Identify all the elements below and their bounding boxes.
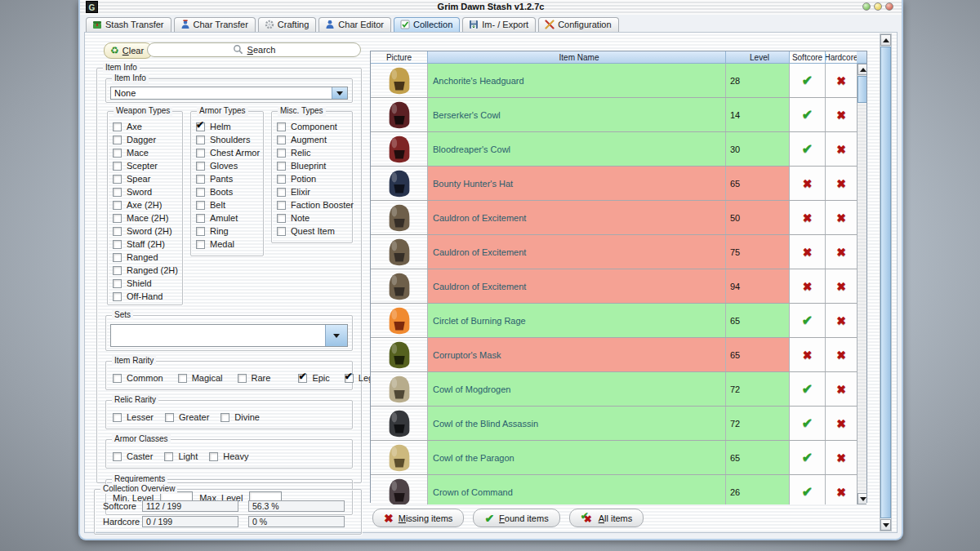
table-row[interactable]: Cowl of Mogdrogen 72 ✔ ✖: [371, 372, 857, 407]
checkbox-box[interactable]: [113, 374, 122, 383]
filter-checkbox[interactable]: Mace (2H): [113, 211, 179, 224]
filter-checkbox[interactable]: Elixir: [277, 185, 349, 198]
checkbox-box[interactable]: [165, 413, 174, 422]
search-field[interactable]: Search: [147, 42, 361, 57]
table-row[interactable]: Berserker's Cowl 14 ✔ ✖: [371, 98, 857, 132]
checkbox-box[interactable]: [113, 214, 122, 223]
filter-checkbox[interactable]: Heavy: [209, 450, 248, 463]
scrollbar-thumb[interactable]: [880, 47, 891, 518]
checkbox-box[interactable]: [277, 136, 286, 144]
filter-checkbox[interactable]: Medal: [196, 238, 260, 251]
dropdown-button[interactable]: [332, 87, 347, 99]
filter-checkbox[interactable]: Component: [277, 120, 349, 133]
checkbox-box[interactable]: [196, 149, 205, 158]
checkbox-box[interactable]: [277, 214, 286, 223]
checkbox-box[interactable]: [277, 227, 286, 236]
checkbox-box[interactable]: [113, 149, 122, 158]
filter-checkbox[interactable]: Divine: [220, 411, 260, 424]
table-row[interactable]: Cauldron of Excitement 94 ✖ ✖: [371, 269, 857, 304]
table-row[interactable]: Bounty Hunter's Hat 65 ✖ ✖: [371, 167, 857, 201]
checkbox-box[interactable]: [209, 452, 218, 461]
checkbox-box[interactable]: [277, 175, 286, 184]
filter-checkbox[interactable]: Pants: [196, 172, 260, 185]
filter-checkbox[interactable]: Ranged (2H): [113, 264, 179, 277]
scrollbar-thumb[interactable]: [858, 76, 866, 103]
filter-checkbox[interactable]: Light: [164, 450, 198, 463]
table-row[interactable]: Circlet of Burning Rage 65 ✔ ✖: [371, 304, 857, 338]
clear-button[interactable]: ♻ Clear: [104, 42, 153, 59]
filter-checkbox[interactable]: Augment: [277, 133, 349, 146]
checkbox-box[interactable]: [178, 374, 187, 383]
checkbox-box[interactable]: [196, 175, 205, 184]
checkbox-box[interactable]: [298, 374, 307, 383]
filter-checkbox[interactable]: Greater: [165, 411, 209, 424]
filter-checkbox[interactable]: Off-Hand: [113, 290, 179, 303]
filter-checkbox[interactable]: Common: [113, 371, 163, 384]
checkbox-box[interactable]: [113, 240, 122, 249]
filter-checkbox[interactable]: Lesser: [113, 411, 154, 424]
filter-checkbox[interactable]: Gloves: [196, 159, 260, 172]
column-header-item-name[interactable]: Item Name: [428, 51, 726, 63]
table-row[interactable]: Corruptor's Mask 65 ✖ ✖: [371, 338, 857, 372]
filter-checkbox[interactable]: Potion: [277, 172, 349, 185]
checkbox-box[interactable]: [113, 266, 122, 275]
checkbox-box[interactable]: [277, 149, 286, 158]
filter-checkbox[interactable]: Faction Booster: [277, 198, 349, 211]
table-row[interactable]: Bloodreaper's Cowl 30 ✔ ✖: [371, 132, 857, 167]
filter-checkbox[interactable]: Shoulders: [196, 133, 260, 146]
tab-configuration[interactable]: Configuration: [538, 17, 618, 32]
checkbox-box[interactable]: [196, 136, 205, 144]
checkbox-box[interactable]: [113, 452, 122, 461]
filter-checkbox[interactable]: Quest Item: [277, 224, 349, 238]
filter-checkbox[interactable]: Chest Armor: [196, 146, 260, 159]
filter-checkbox[interactable]: Ranged: [113, 251, 179, 264]
checkbox-box[interactable]: [196, 201, 205, 210]
tab-char-transfer[interactable]: Char Transfer: [174, 17, 256, 32]
filter-checkbox[interactable]: Sword: [113, 185, 179, 198]
filter-checkbox[interactable]: Sword (2H): [113, 224, 179, 238]
checkbox-box[interactable]: [220, 413, 229, 422]
table-row[interactable]: Cauldron of Excitement 50 ✖ ✖: [371, 201, 857, 235]
checkbox-box[interactable]: [113, 188, 122, 197]
checkbox-box[interactable]: [113, 279, 122, 288]
checkbox-box[interactable]: [113, 292, 122, 301]
table-row[interactable]: Crown of Command 26 ✔ ✖: [371, 475, 857, 504]
checkbox-box[interactable]: [277, 201, 286, 210]
scroll-up-button[interactable]: [880, 34, 891, 46]
checkbox-box[interactable]: [113, 175, 122, 184]
table-row[interactable]: Cowl of the Blind Assassin 72 ✔ ✖: [371, 407, 857, 441]
table-row[interactable]: Cauldron of Excitement 75 ✖ ✖: [371, 235, 857, 269]
filter-checkbox[interactable]: Rare: [238, 371, 271, 384]
dropdown-button[interactable]: [325, 325, 347, 346]
filter-checkbox[interactable]: Staff (2H): [113, 238, 179, 251]
panel-scrollbar[interactable]: [880, 33, 892, 531]
filter-checkbox[interactable]: Amulet: [196, 211, 260, 224]
table-row[interactable]: Cowl of the Paragon 65 ✔ ✖: [371, 441, 857, 475]
checkbox-box[interactable]: [113, 162, 122, 171]
checkbox-box[interactable]: [113, 413, 122, 422]
checkbox-box[interactable]: [196, 240, 205, 249]
checkbox-box[interactable]: [113, 201, 122, 210]
filter-checkbox[interactable]: Helm: [196, 120, 260, 133]
scroll-down-button[interactable]: [880, 519, 891, 531]
tab-im-export[interactable]: Im- / Export: [462, 17, 536, 32]
filter-checkbox[interactable]: Relic: [277, 146, 349, 159]
scroll-up-button[interactable]: [858, 64, 866, 75]
table-scrollbar[interactable]: [857, 64, 866, 504]
checkbox-box[interactable]: [277, 162, 286, 171]
minimize-button[interactable]: [862, 2, 871, 11]
column-header-picture[interactable]: Picture: [371, 51, 428, 63]
checkbox-box[interactable]: [277, 122, 286, 131]
table-row[interactable]: Anchorite's Headguard 28 ✔ ✖: [371, 64, 857, 98]
column-header-softcore[interactable]: Softcore: [790, 51, 826, 63]
column-header-level[interactable]: Level: [726, 51, 790, 63]
filter-checkbox[interactable]: Epic: [298, 371, 329, 384]
checkbox-box[interactable]: [277, 188, 286, 197]
filter-checkbox[interactable]: Magical: [178, 371, 223, 384]
checkbox-box[interactable]: [113, 136, 122, 144]
title-bar[interactable]: G Grim Dawn Stash v1.2.7c: [80, 0, 902, 16]
filter-checkbox[interactable]: Belt: [196, 198, 260, 211]
scroll-down-button[interactable]: [858, 493, 866, 504]
filter-checkbox[interactable]: Axe: [113, 120, 179, 133]
filter-checkbox[interactable]: Scepter: [113, 159, 179, 172]
